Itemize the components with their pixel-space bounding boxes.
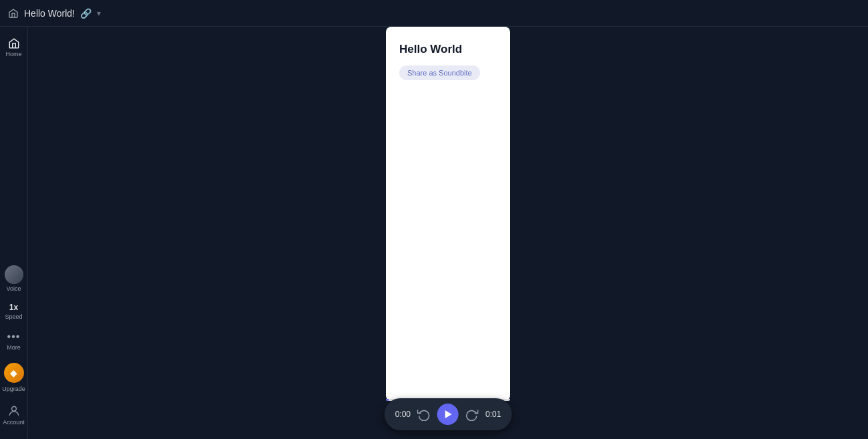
voice-avatar [5,265,23,284]
home-label: Home [5,51,21,57]
sidebar-item-speed[interactable]: 1x Speed [1,300,27,323]
rewind-button[interactable] [417,408,431,421]
end-time: 0:01 [485,410,501,419]
main-area: Home Voice 1x Speed ••• More [0,27,868,439]
link-icon[interactable]: 🔗 [80,8,91,19]
account-label: Account [3,419,25,426]
more-label: More [7,344,21,351]
header: Hello World! 🔗 ▾ [0,0,868,27]
forward-icon [465,408,479,421]
sidebar-item-upgrade[interactable]: ◆ Upgrade [1,359,27,396]
forward-button[interactable] [465,408,479,421]
header-title: Hello World! [24,8,75,19]
current-time: 0:00 [395,410,411,419]
more-icon: ••• [7,331,21,343]
sidebar-item-account[interactable]: Account [1,400,27,430]
svg-point-0 [11,406,16,411]
play-icon [445,410,452,418]
upgrade-label: Upgrade [2,386,25,392]
upgrade-button[interactable]: ◆ [4,363,24,383]
content-card: Hello World Share as Soundbite [386,27,510,401]
share-soundbite-button[interactable]: Share as Soundbite [399,65,480,80]
card-wrapper: Hello World Share as Soundbite 0:00 [386,27,510,401]
sidebar-item-home[interactable]: Home [1,33,27,61]
play-button[interactable] [437,404,459,425]
sidebar: Home Voice 1x Speed ••• More [0,27,28,439]
diamond-icon: ◆ [10,368,17,378]
account-icon [7,404,21,418]
main-content: Hello World Share as Soundbite 0:00 [28,27,868,439]
sidebar-item-voice[interactable]: Voice [1,261,27,296]
rewind-icon [417,408,431,421]
avatar-image [5,265,23,284]
audio-player: 0:00 0:01 [385,398,512,430]
sidebar-item-more[interactable]: ••• More [1,327,27,355]
sidebar-bottom: Voice 1x Speed ••• More ◆ Upgrade [1,261,27,432]
card-progress-fill [386,399,389,401]
card-title: Hello World [399,43,497,56]
home-icon [8,37,20,49]
home-nav-icon [8,8,19,19]
speed-label: Speed [5,313,22,320]
chevron-down-icon[interactable]: ▾ [97,9,101,18]
speed-value: 1x [9,303,18,312]
voice-label: Voice [6,285,21,292]
